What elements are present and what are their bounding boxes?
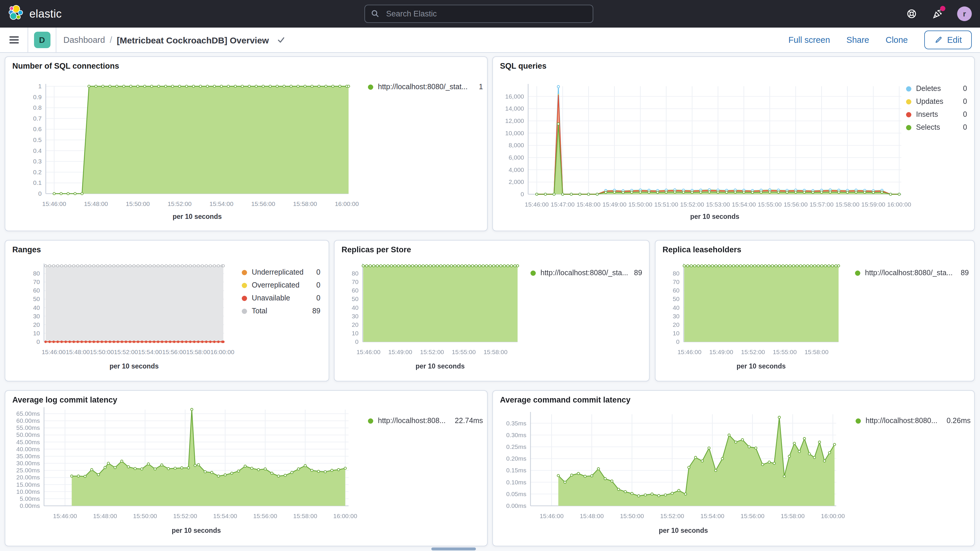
svg-text:0.15ms: 0.15ms [506,467,527,473]
panel-replicas-per-store: Replicas per Store 15:46:0015:49:0015:52… [334,240,650,381]
svg-text:70: 70 [33,279,40,285]
sql-queries-chart[interactable]: 15:46:0015:47:0015:48:0015:49:0015:50:00… [493,57,975,232]
svg-text:15:58:00: 15:58:00 [293,513,317,519]
svg-text:15:50:00: 15:50:00 [126,201,150,207]
svg-text:80: 80 [673,270,679,277]
legend-item[interactable]: http://localhost:8080/_sta...89 [530,269,640,277]
global-search-bar[interactable] [364,5,593,23]
horizontal-scrollbar-thumb[interactable] [431,548,476,550]
svg-text:15:47:00: 15:47:00 [551,201,575,208]
svg-text:50: 50 [673,295,679,302]
legend-item[interactable]: Unavailable0 [242,294,320,303]
full-screen-button[interactable]: Full screen [788,35,830,45]
svg-text:10: 10 [33,330,40,336]
svg-text:16:00:00: 16:00:00 [821,513,845,519]
svg-text:0.05ms: 0.05ms [506,490,527,497]
svg-text:15:46:00: 15:46:00 [42,349,66,355]
dashboard-app-cell: D [28,27,56,52]
svg-text:40: 40 [33,304,40,311]
svg-text:15:46:00: 15:46:00 [525,201,549,208]
svg-text:15:46:00: 15:46:00 [53,513,77,519]
legend-label: http://localhost:8080/_stat... [378,83,468,92]
edit-button[interactable]: Edit [924,30,972,49]
dashboard-app-badge[interactable]: D [34,32,50,48]
legend-item[interactable]: Inserts0 [906,110,967,119]
svg-text:15:58:00: 15:58:00 [186,349,210,355]
legend-item[interactable]: Underreplicated0 [242,268,320,277]
svg-text:10,000: 10,000 [505,130,524,137]
svg-text:10: 10 [673,330,679,336]
chart-legend: http://localhost:808...22.74ms [368,417,483,425]
svg-text:0: 0 [37,338,40,345]
legend-item[interactable]: Deletes0 [906,84,967,93]
x-axis-caption: per 10 seconds [684,363,838,370]
svg-text:65.00ms: 65.00ms [16,410,40,417]
dashboard-canvas: Number of SQL connections 15:46:0015:48:… [0,53,980,551]
replicas-chart[interactable]: 15:46:0015:49:0015:52:0015:55:0015:58:00… [334,240,650,382]
svg-text:0: 0 [676,338,679,345]
breadcrumb-separator: / [110,35,112,45]
clone-button[interactable]: Clone [886,35,908,45]
top-bar-actions: r [905,0,972,27]
svg-text:15:48:00: 15:48:00 [580,513,604,519]
svg-text:0: 0 [520,191,524,197]
series-color-dot [242,296,247,301]
legend-value: 0 [957,97,967,106]
top-navigation-bar: elastic [0,0,980,27]
svg-text:60: 60 [33,287,40,294]
chart-legend: Deletes0Updates0Inserts0Selects0 [906,84,967,132]
svg-text:0.7: 0.7 [33,115,42,122]
user-avatar[interactable]: r [957,6,972,21]
svg-text:30.00ms: 30.00ms [16,460,40,467]
pencil-icon [934,36,942,44]
cmd-latency-chart[interactable]: 15:46:0015:48:0015:50:0015:52:0015:54:00… [493,391,975,547]
svg-text:15:56:00: 15:56:00 [741,513,765,519]
svg-text:15:46:00: 15:46:00 [539,513,564,519]
svg-text:15:49:00: 15:49:00 [388,349,412,355]
svg-text:40: 40 [673,304,679,311]
legend-label: Inserts [916,110,938,119]
help-icon[interactable] [905,8,917,20]
svg-text:0.8: 0.8 [33,104,42,111]
svg-text:15:56:00: 15:56:00 [162,349,186,355]
svg-text:15:56:00: 15:56:00 [253,513,277,519]
share-button[interactable]: Share [846,35,869,45]
legend-label: http://localhost:8080/_sta... [541,269,628,277]
search-input[interactable] [385,9,587,19]
legend-value: 0 [957,110,967,119]
toolbar-actions: Full screen Share Clone Edit [788,30,980,49]
svg-text:60.00ms: 60.00ms [16,417,40,424]
x-axis-caption: per 10 seconds [530,527,836,534]
log-latency-chart[interactable]: 15:46:0015:48:0015:50:0015:52:0015:54:00… [5,391,488,547]
svg-text:15:58:00: 15:58:00 [484,349,508,355]
breadcrumb: Dashboard / [Metricbeat CockroachDB] Ove… [56,35,285,45]
legend-item[interactable]: http://localhost:8080/_sta...89 [855,269,969,277]
legend-item[interactable]: Total89 [242,307,320,316]
svg-text:4,000: 4,000 [509,166,524,173]
svg-text:20: 20 [33,321,40,328]
check-icon[interactable] [277,36,285,44]
legend-item[interactable]: http://localhost:808...22.74ms [368,417,483,425]
edit-button-label: Edit [947,35,962,45]
legend-label: http://localhost:808... [378,417,446,425]
series-color-dot [906,99,912,104]
kibana-dashboard-page: elastic [0,0,980,551]
leaseholders-chart[interactable]: 15:46:0015:49:0015:52:0015:55:0015:58:00… [655,240,975,382]
elastic-logo[interactable]: elastic [0,5,62,23]
svg-text:15:52:00: 15:52:00 [741,349,765,355]
dashboard-toolbar: D Dashboard / [Metricbeat CockroachDB] O… [0,27,980,53]
legend-value: 0 [310,268,320,277]
x-axis-caption: per 10 seconds [46,213,348,220]
svg-text:40: 40 [352,304,358,311]
legend-item[interactable]: Overreplicated0 [242,281,320,290]
svg-text:1: 1 [38,83,42,89]
svg-text:15:46:00: 15:46:00 [356,349,380,355]
legend-item[interactable]: Selects0 [906,123,967,132]
newsfeed-icon[interactable] [931,8,943,20]
legend-value: 89 [955,269,969,277]
breadcrumb-dashboard-link[interactable]: Dashboard [64,35,105,45]
legend-item[interactable]: http://localhost:8080/_stat...1 [368,83,483,92]
legend-item[interactable]: Updates0 [906,97,967,106]
menu-button[interactable] [0,27,27,52]
legend-item[interactable]: http://localhost:8080...0.26ms [856,417,970,425]
